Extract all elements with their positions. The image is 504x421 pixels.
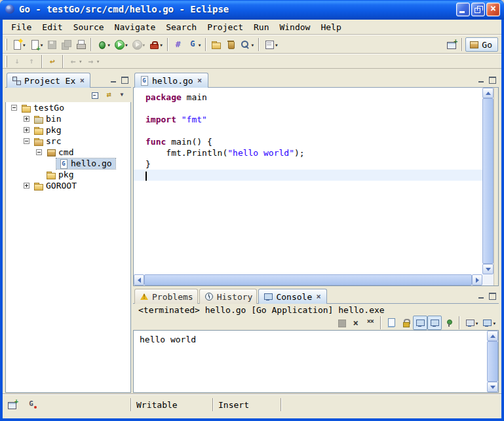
close-tab-icon[interactable]	[315, 292, 322, 301]
run-button[interactable]	[112, 37, 130, 52]
tree-expander-icon[interactable]	[24, 116, 29, 122]
restore-button[interactable]	[471, 3, 485, 16]
toolbar-grip[interactable]	[5, 56, 7, 67]
scroll-right-button[interactable]	[472, 274, 482, 285]
remove-launch-button[interactable]	[349, 316, 363, 330]
scroll-lock-button[interactable]	[398, 316, 413, 330]
tab-console[interactable]: Console	[258, 289, 327, 304]
tree-item-body[interactable]: bin	[31, 114, 64, 124]
close-tab-icon[interactable]	[78, 76, 86, 85]
menu-file[interactable]: File	[6, 21, 37, 33]
open-resource-button[interactable]	[209, 37, 223, 52]
window-titlebar[interactable]: Go - testGo/src/cmd/hello.go - Eclipse	[0, 0, 504, 20]
scroll-up-button[interactable]	[487, 331, 498, 341]
tree-item-body[interactable]: pkg	[31, 125, 64, 136]
scrollbar-thumb[interactable]	[144, 274, 472, 285]
forward-button[interactable]	[84, 54, 102, 69]
code-line[interactable]: import "fmt"	[145, 114, 482, 125]
new-wizard-button[interactable]	[10, 37, 28, 52]
code-line[interactable]: func main() {	[145, 136, 482, 147]
tab-project-explorer[interactable]: Project Ex	[7, 73, 90, 88]
minimize-view-button[interactable]	[109, 75, 118, 84]
tree-item-pkg[interactable]: pkg	[6, 169, 130, 180]
collapse-all-button[interactable]	[89, 89, 102, 101]
tree-item-body[interactable]: hello.go	[56, 158, 115, 169]
code-line[interactable]: fmt.Println("hello world");	[145, 147, 482, 158]
maximize-view-button[interactable]	[488, 75, 497, 84]
tree-item-pkg[interactable]: pkg	[6, 124, 130, 136]
menu-project[interactable]: Project	[202, 21, 248, 33]
new-file-button[interactable]	[28, 37, 45, 52]
go-perspective-button[interactable]: Go	[465, 37, 498, 52]
menu-edit[interactable]: Edit	[37, 21, 68, 33]
tab-hello-go[interactable]: hello.go	[134, 73, 208, 88]
close-tab-icon[interactable]	[196, 76, 204, 85]
display-console-button[interactable]	[463, 316, 480, 330]
new-go-project-button[interactable]	[171, 37, 185, 52]
menu-run[interactable]: Run	[248, 21, 274, 33]
tree-item-cmd[interactable]: cmd	[6, 147, 130, 158]
view-menu-button[interactable]	[115, 89, 128, 101]
menu-help[interactable]: Help	[315, 21, 346, 33]
close-button[interactable]	[486, 3, 500, 16]
save-all-button[interactable]	[59, 37, 73, 52]
tree-item-body[interactable]: GOROOT	[31, 181, 80, 191]
show-stdout-button[interactable]	[413, 316, 427, 330]
code-editor[interactable]: package main import "fmt" func main() { …	[134, 88, 482, 274]
tree-item-body[interactable]: pkg	[44, 170, 77, 180]
tree-item-goroot[interactable]: GOROOT	[6, 180, 130, 191]
tree-item-src[interactable]: src	[6, 136, 130, 147]
minimize-view-button[interactable]	[476, 291, 486, 301]
tree-item-body[interactable]: src	[31, 136, 64, 147]
run-last-button[interactable]	[130, 37, 147, 52]
remove-all-terminated-button[interactable]	[363, 316, 378, 330]
scrollbar-thumb[interactable]	[482, 98, 494, 264]
menu-source[interactable]: Source	[68, 21, 109, 33]
link-with-editor-button[interactable]	[102, 89, 115, 101]
show-stderr-button[interactable]	[427, 316, 442, 330]
open-type-button[interactable]	[223, 37, 238, 52]
scroll-down-button[interactable]	[482, 264, 494, 274]
search-button[interactable]	[238, 37, 256, 52]
print-button[interactable]	[73, 37, 88, 52]
fast-view-icon[interactable]	[7, 399, 18, 410]
tree-expander-icon[interactable]	[11, 105, 17, 111]
tab-history[interactable]: History	[199, 289, 258, 304]
workspace-status-icon[interactable]	[27, 399, 37, 410]
editor-horizontal-scrollbar[interactable]	[134, 274, 482, 285]
editor-vertical-scrollbar[interactable]	[482, 88, 494, 274]
tree-item-body[interactable]: testGo	[19, 103, 68, 113]
open-console-button[interactable]	[480, 316, 497, 330]
tree-item-hello-go[interactable]: hello.go	[6, 158, 130, 169]
tree-expander-icon[interactable]	[24, 138, 29, 144]
scroll-up-button[interactable]	[482, 88, 494, 98]
terminate-button[interactable]	[334, 316, 349, 330]
scroll-down-button[interactable]	[487, 382, 498, 392]
task-list-button[interactable]	[262, 37, 280, 52]
external-tools-button[interactable]	[147, 37, 165, 52]
tab-problems[interactable]: Problems	[134, 289, 198, 304]
code-line[interactable]	[145, 103, 482, 114]
code-line[interactable]: package main	[145, 92, 482, 103]
pin-console-button[interactable]	[442, 316, 456, 330]
tree-expander-icon[interactable]	[24, 183, 29, 189]
code-line[interactable]: }	[145, 158, 482, 170]
minimize-view-button[interactable]	[476, 75, 486, 84]
menu-navigate[interactable]: Navigate	[109, 21, 161, 33]
new-go-element-button[interactable]	[185, 37, 203, 52]
tree-item-testgo[interactable]: testGo	[6, 102, 130, 113]
scrollbar-thumb[interactable]	[487, 341, 498, 382]
debug-button[interactable]	[94, 37, 112, 52]
clear-console-button[interactable]	[384, 316, 398, 330]
minimize-button[interactable]	[456, 3, 470, 16]
maximize-view-button[interactable]	[120, 75, 129, 84]
tree-expander-icon[interactable]	[36, 149, 42, 155]
back-button[interactable]	[66, 54, 84, 69]
tree-item-body[interactable]: cmd	[44, 147, 77, 158]
next-annotation-button[interactable]	[10, 54, 24, 69]
tree-expander-icon[interactable]	[24, 127, 29, 133]
code-line[interactable]	[134, 170, 482, 181]
console-vertical-scrollbar[interactable]	[487, 331, 498, 392]
console-output[interactable]: hello world	[133, 330, 499, 393]
previous-annotation-button[interactable]	[24, 54, 39, 69]
